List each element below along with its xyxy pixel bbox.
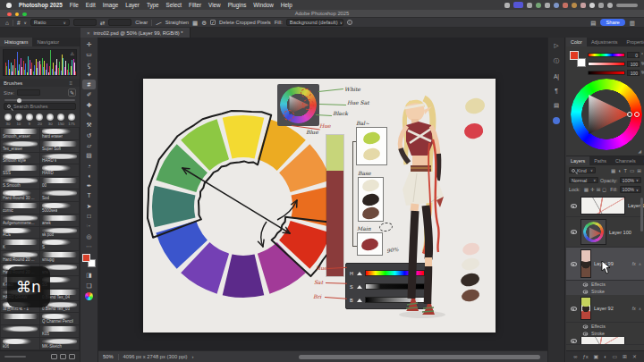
brush-item[interactable]: Sod xyxy=(40,189,79,201)
s-slider[interactable] xyxy=(588,62,625,66)
menu-item-filter[interactable]: Filter xyxy=(189,2,201,8)
layer-row[interactable]: Layer 101 xyxy=(566,195,644,217)
layer-fx-badge[interactable]: fx xyxy=(632,306,636,311)
menu-item-select[interactable]: Select xyxy=(166,2,182,8)
brush-item[interactable]: K05 xyxy=(40,325,79,337)
screen-mirroring-icon[interactable] xyxy=(527,3,532,8)
camera-icon[interactable] xyxy=(504,3,510,8)
tab-layers[interactable]: Layers xyxy=(566,156,589,165)
delete-layer-icon[interactable]: ✕ xyxy=(632,354,637,359)
brush-item[interactable]: Smooth style xyxy=(1,153,39,164)
swap-dimensions-icon[interactable]: ⇄ xyxy=(100,19,105,27)
brush-preset[interactable]: 30 xyxy=(47,114,54,126)
fill-select[interactable]: Background (default)∨ xyxy=(286,19,343,26)
shape-tool[interactable]: □ xyxy=(82,211,96,221)
color-selector-ring[interactable] xyxy=(627,112,632,117)
marquee-tool[interactable]: ▭ xyxy=(82,49,96,59)
blend-mode-select[interactable]: Normal∨ xyxy=(569,177,598,184)
menu-item-help[interactable]: Help xyxy=(281,2,292,8)
app-icon-orange[interactable] xyxy=(572,3,577,8)
link-layers-icon[interactable]: ∞ xyxy=(573,354,577,359)
filter-icon[interactable]: ⊞ xyxy=(637,168,641,173)
brush-item[interactable]: Super Soft xyxy=(40,140,79,152)
lasso-tool[interactable]: ϛ xyxy=(82,60,96,70)
menu-item-view[interactable]: View xyxy=(208,2,221,8)
clear-button[interactable]: Clear xyxy=(135,20,148,25)
menu-item-edit[interactable]: Edit xyxy=(86,2,96,8)
brush-item[interactable]: smupg xyxy=(40,251,79,263)
adjustment-layer-icon[interactable]: ◐ xyxy=(604,354,607,359)
brush-edit-icon[interactable]: ✎ xyxy=(68,88,76,97)
pen-tool[interactable]: ✒ xyxy=(82,181,96,190)
app-icon-green[interactable] xyxy=(536,3,541,8)
tab-paths[interactable]: Paths xyxy=(589,156,611,165)
b-slider[interactable] xyxy=(588,71,625,75)
hand-tool[interactable]: ☞ xyxy=(82,221,96,231)
h-slider[interactable] xyxy=(588,53,625,57)
menubar-clock[interactable] xyxy=(616,4,638,7)
layer-visibility-eye-icon[interactable] xyxy=(571,230,577,234)
crop-preset-select[interactable]: Ratio∨ xyxy=(30,19,70,26)
layer-filter-kind-select[interactable]: Kind ∨ xyxy=(569,167,596,174)
menu-item-layer[interactable]: Layer xyxy=(125,2,140,8)
brush-item[interactable]: S.Smooth xyxy=(1,177,39,189)
brush-preset[interactable]: 9 xyxy=(26,114,33,126)
brush-item[interactable]: MK-Sketch xyxy=(40,338,79,349)
panel-resize-icon[interactable]: ◢ xyxy=(638,148,641,154)
brush-search-field[interactable]: Search Brushes xyxy=(4,103,76,110)
workspace-icon[interactable]: ▤ xyxy=(590,19,596,27)
color-mode-icon[interactable] xyxy=(85,292,93,300)
app-icon-red[interactable] xyxy=(563,3,568,8)
share-button[interactable]: Share xyxy=(600,19,624,27)
menu-item-file[interactable]: File xyxy=(70,2,79,8)
app-icon-white[interactable] xyxy=(589,3,595,8)
layer-row[interactable]: Layer 100 xyxy=(566,217,644,248)
layer-effect-row[interactable]: Effects xyxy=(566,281,644,288)
info-panel-icon[interactable]: ⓘ xyxy=(554,57,560,65)
collapse-effects-icon[interactable]: ∧ xyxy=(639,262,641,266)
tab-adjustments[interactable]: Adjustments xyxy=(587,38,623,46)
brush-tool[interactable]: ✎ xyxy=(82,110,96,120)
crop-width-input[interactable] xyxy=(73,19,97,26)
paragraph-panel-icon[interactable]: ¶ xyxy=(555,88,558,94)
lock-icon[interactable]: ⊞ xyxy=(597,187,601,192)
status-chevron-icon[interactable]: › xyxy=(191,354,193,359)
input-source-indicator[interactable] xyxy=(513,2,523,8)
app-icon-gray[interactable] xyxy=(545,3,550,8)
overlay-options-icon[interactable]: ▦ xyxy=(192,19,198,27)
brush-size-slider[interactable] xyxy=(4,99,75,101)
panel-menu-icon[interactable]: ≡ xyxy=(640,156,644,165)
wifi-icon[interactable] xyxy=(598,3,604,8)
brush-item[interactable]: SSS xyxy=(1,164,39,176)
straighten-icon[interactable]: — xyxy=(155,18,164,28)
battery-icon[interactable] xyxy=(607,3,613,8)
brush-preset[interactable]: 20 xyxy=(36,114,43,126)
opacity-value[interactable]: 100%∨ xyxy=(620,177,642,184)
lock-icon[interactable]: ◻ xyxy=(602,187,606,192)
effect-visibility-eye-icon[interactable] xyxy=(583,324,589,328)
layer-visibility-eye-icon[interactable] xyxy=(571,307,577,311)
filter-icon[interactable]: ▦ xyxy=(611,168,615,173)
brush-item[interactable]: 00 xyxy=(40,177,79,189)
brush-item[interactable]: sk pod xyxy=(40,227,79,239)
layer-thumbnail[interactable] xyxy=(580,249,591,278)
history-brush-tool[interactable]: ↺ xyxy=(82,130,96,140)
screen-mode-button[interactable]: ❏ xyxy=(82,281,96,290)
panel-menu-icon[interactable]: ≡ xyxy=(65,80,76,86)
gradient-tool[interactable]: ▨ xyxy=(82,150,96,160)
healing-brush-tool[interactable]: ✚ xyxy=(82,100,96,110)
h-value-input[interactable]: 0 xyxy=(627,52,640,58)
foreground-color[interactable] xyxy=(82,254,90,262)
minimize-window-button[interactable] xyxy=(15,13,20,17)
brush-item[interactable] xyxy=(1,313,39,324)
lock-icon[interactable]: ▦ xyxy=(584,187,589,192)
brush-item[interactable]: HARD s xyxy=(40,153,79,164)
layer-visibility-eye-icon[interactable] xyxy=(571,262,577,266)
lock-icon[interactable]: ✛ xyxy=(590,187,595,192)
color-swatches[interactable] xyxy=(82,254,96,267)
app-menu[interactable]: Photoshop 2025 xyxy=(19,2,63,8)
zoom-level[interactable]: 50% xyxy=(103,354,114,359)
export-icon[interactable]: ▷ xyxy=(555,42,559,49)
crop-tool-icon[interactable]: # xyxy=(17,19,21,27)
character-panel-icon[interactable]: A| xyxy=(554,73,559,80)
